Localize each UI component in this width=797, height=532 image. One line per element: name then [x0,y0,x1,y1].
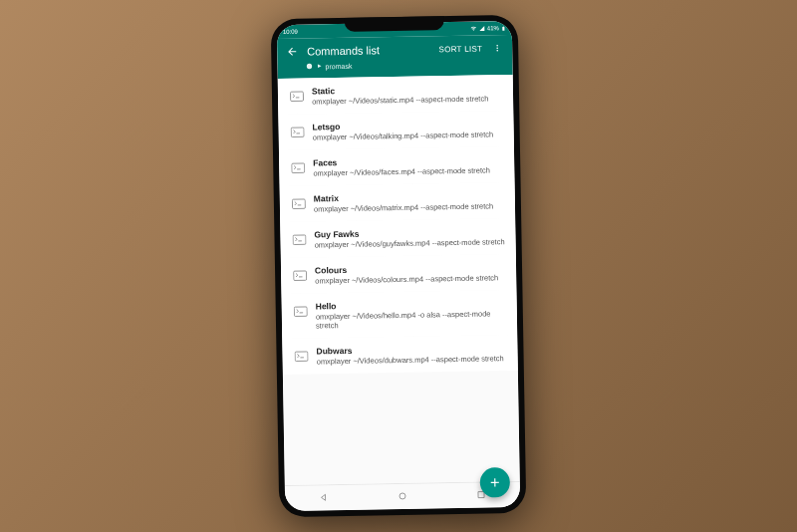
terminal-icon [294,304,308,316]
circle-home-icon [397,489,408,501]
command-texts: Staticomxplayer ~/Videos/static.mp4 --as… [312,83,503,106]
app-bar: Commands list SORT LIST ▸ promask [277,35,513,79]
chevron-right-icon: ▸ [317,62,321,70]
terminal-icon [292,196,306,208]
terminal-icon [291,125,305,136]
commands-list[interactable]: Staticomxplayer ~/Videos/static.mp4 --as… [278,75,520,485]
svg-rect-8 [295,352,308,362]
terminal-icon [292,232,306,244]
command-row[interactable]: Coloursomxplayer ~/Videos/colours.mp4 --… [281,254,517,294]
sort-list-button[interactable]: SORT LIST [438,44,482,54]
svg-rect-5 [293,235,306,245]
terminal-icon [293,268,307,280]
terminal-icon [294,349,308,361]
svg-rect-2 [291,128,304,137]
command-texts: Facesomxplayer ~/Videos/faces.mp4 --aspe… [313,154,504,177]
more-vert-icon [492,42,502,54]
command-texts: Matrixomxplayer ~/Videos/matrix.mp4 --as… [314,190,505,213]
plus-icon [488,475,502,489]
screen: 10:09 41% Commands list SORT LIST [277,21,520,511]
svg-rect-3 [292,163,305,173]
svg-point-9 [399,492,405,498]
phone-frame: 10:09 41% Commands list SORT LIST [271,15,527,517]
breadcrumb: ▸ promask [305,59,504,70]
command-texts: Dubwarsomxplayer ~/Videos/dubwars.mp4 --… [316,343,507,366]
command-texts: Helloomxplayer ~/Videos/hello.mp4 -o als… [316,298,507,330]
command-row[interactable]: Facesomxplayer ~/Videos/faces.mp4 --aspe… [279,146,515,186]
command-subtitle: omxplayer ~/Videos/hello.mp4 -o alsa --a… [316,309,507,330]
svg-rect-7 [294,307,307,317]
notch [345,16,444,32]
command-row[interactable]: Guy Fawksomxplayer ~/Videos/guyfawks.mp4… [280,218,516,258]
command-subtitle: omxplayer ~/Videos/talking.mp4 --aspect-… [313,130,504,141]
command-subtitle: omxplayer ~/Videos/static.mp4 --aspect-m… [312,94,503,106]
command-subtitle: omxplayer ~/Videos/matrix.mp4 --aspect-m… [314,201,505,213]
battery-text: 41% [487,25,499,31]
command-texts: Letsgoomxplayer ~/Videos/talking.mp4 --a… [312,119,503,141]
command-row[interactable]: Matrixomxplayer ~/Videos/matrix.mp4 --as… [280,182,516,222]
command-subtitle: omxplayer ~/Videos/dubwars.mp4 --aspect-… [317,354,508,366]
terminal-icon [291,160,305,172]
command-subtitle: omxplayer ~/Videos/colours.mp4 --aspect-… [315,273,506,285]
overflow-menu-button[interactable] [490,41,504,55]
triangle-back-icon [318,491,330,503]
nav-home-button[interactable] [397,487,408,505]
signal-icon [479,25,485,31]
svg-rect-4 [292,199,305,209]
command-texts: Coloursomxplayer ~/Videos/colours.mp4 --… [315,262,506,285]
back-button[interactable] [285,45,299,59]
arrow-back-icon [286,46,298,58]
nav-back-button[interactable] [318,489,330,507]
status-time: 10:09 [283,29,298,35]
terminal-icon [290,89,304,101]
command-texts: Guy Fawksomxplayer ~/Videos/guyfawks.mp4… [314,226,505,249]
svg-rect-1 [291,92,304,102]
battery-icon [501,25,506,32]
svg-point-0 [307,64,312,69]
command-row[interactable]: Letsgoomxplayer ~/Videos/talking.mp4 --a… [278,111,514,150]
breadcrumb-host: promask [325,62,352,69]
command-subtitle: omxplayer ~/Videos/faces.mp4 --aspect-mo… [313,165,504,177]
command-subtitle: omxplayer ~/Videos/guyfawks.mp4 --aspect… [315,237,506,249]
command-row[interactable]: Helloomxplayer ~/Videos/hello.mp4 -o als… [281,290,517,339]
raspberry-icon [305,62,313,70]
status-right: 41% [470,25,506,33]
command-row[interactable]: Staticomxplayer ~/Videos/static.mp4 --as… [278,75,514,115]
wifi-icon [470,26,477,32]
page-title: Commands list [307,43,430,57]
svg-rect-6 [294,271,307,281]
command-row[interactable]: Dubwarsomxplayer ~/Videos/dubwars.mp4 --… [282,335,518,375]
